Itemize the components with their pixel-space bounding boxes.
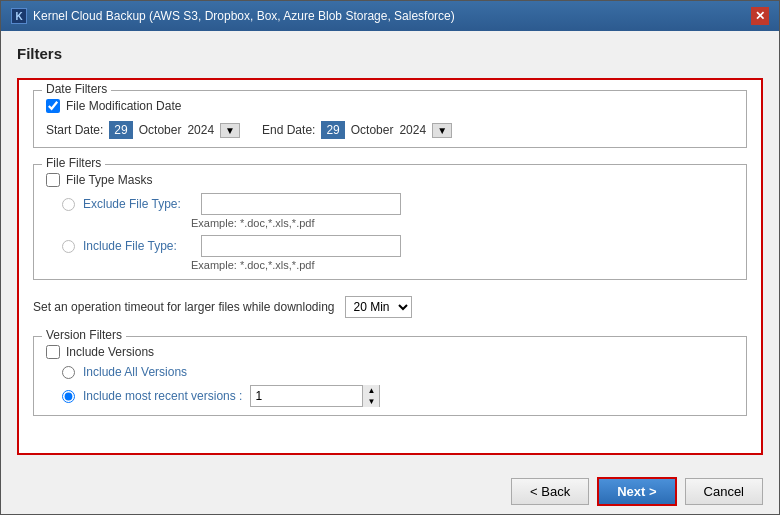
back-button[interactable]: < Back bbox=[511, 478, 589, 505]
app-icon: K bbox=[11, 8, 27, 24]
include-file-type-radio[interactable] bbox=[62, 240, 75, 253]
file-modification-date-row: File Modification Date bbox=[46, 99, 734, 113]
file-modification-date-checkbox[interactable] bbox=[46, 99, 60, 113]
end-date-day[interactable]: 29 bbox=[321, 121, 344, 139]
recent-versions-spinner[interactable]: 1 ▲ ▼ bbox=[250, 385, 380, 407]
date-filters-label: Date Filters bbox=[42, 82, 111, 96]
cancel-button[interactable]: Cancel bbox=[685, 478, 763, 505]
end-date-picker-button[interactable]: ▼ bbox=[432, 123, 452, 138]
next-button[interactable]: Next > bbox=[597, 477, 676, 506]
start-date-picker-button[interactable]: ▼ bbox=[220, 123, 240, 138]
spinner-up-button[interactable]: ▲ bbox=[363, 385, 379, 396]
file-type-masks-label: File Type Masks bbox=[66, 173, 152, 187]
start-date-year: 2024 bbox=[187, 123, 214, 137]
include-example-text: Example: *.doc,*.xls,*.pdf bbox=[46, 259, 734, 271]
exclude-file-type-radio[interactable] bbox=[62, 198, 75, 211]
include-file-type-input[interactable] bbox=[201, 235, 401, 257]
exclude-file-type-input[interactable] bbox=[201, 193, 401, 215]
filters-panel: Date Filters File Modification Date Star… bbox=[17, 78, 763, 455]
page-title: Filters bbox=[17, 45, 763, 62]
timeout-label: Set an operation timeout for larger file… bbox=[33, 300, 335, 314]
version-filters-label: Version Filters bbox=[42, 328, 126, 342]
start-date-day[interactable]: 29 bbox=[109, 121, 132, 139]
include-all-versions-radio[interactable] bbox=[62, 366, 75, 379]
timeout-select[interactable]: 5 Min 10 Min 20 Min 30 Min 60 Min bbox=[345, 296, 412, 318]
start-date-label: Start Date: bbox=[46, 123, 103, 137]
spinner-down-button[interactable]: ▼ bbox=[363, 396, 379, 407]
start-date-month: October bbox=[139, 123, 182, 137]
include-versions-label: Include Versions bbox=[66, 345, 154, 359]
exclude-file-type-label: Exclude File Type: bbox=[83, 197, 193, 211]
title-bar-left: K Kernel Cloud Backup (AWS S3, Dropbox, … bbox=[11, 8, 455, 24]
all-versions-row: Include All Versions bbox=[46, 365, 734, 379]
include-file-type-row: Include File Type: bbox=[46, 235, 734, 257]
include-all-versions-label: Include All Versions bbox=[83, 365, 187, 379]
date-section: Start Date: 29 October 2024 ▼ End Date: … bbox=[46, 121, 734, 139]
date-filters-section: Date Filters File Modification Date Star… bbox=[33, 90, 747, 148]
file-filters-label: File Filters bbox=[42, 156, 105, 170]
main-window: K Kernel Cloud Backup (AWS S3, Dropbox, … bbox=[0, 0, 780, 515]
title-bar: K Kernel Cloud Backup (AWS S3, Dropbox, … bbox=[1, 1, 779, 31]
version-filters-section: Version Filters Include Versions Include… bbox=[33, 336, 747, 416]
include-recent-versions-label: Include most recent versions : bbox=[83, 389, 242, 403]
recent-versions-row: Include most recent versions : 1 ▲ ▼ bbox=[46, 385, 734, 407]
footer: < Back Next > Cancel bbox=[1, 469, 779, 514]
close-button[interactable]: ✕ bbox=[751, 7, 769, 25]
include-recent-versions-radio[interactable] bbox=[62, 390, 75, 403]
file-type-masks-checkbox[interactable] bbox=[46, 173, 60, 187]
end-date-year: 2024 bbox=[399, 123, 426, 137]
recent-versions-value: 1 bbox=[251, 389, 362, 403]
date-row: Start Date: 29 October 2024 ▼ End Date: … bbox=[46, 121, 734, 139]
include-file-type-label: Include File Type: bbox=[83, 239, 193, 253]
timeout-row: Set an operation timeout for larger file… bbox=[33, 292, 747, 322]
file-filters-section: File Filters File Type Masks Exclude Fil… bbox=[33, 164, 747, 280]
window-title: Kernel Cloud Backup (AWS S3, Dropbox, Bo… bbox=[33, 9, 455, 23]
exclude-file-type-row: Exclude File Type: bbox=[46, 193, 734, 215]
exclude-example-text: Example: *.doc,*.xls,*.pdf bbox=[46, 217, 734, 229]
include-versions-checkbox[interactable] bbox=[46, 345, 60, 359]
content-area: Filters Date Filters File Modification D… bbox=[1, 31, 779, 469]
spinner-arrows: ▲ ▼ bbox=[362, 385, 379, 407]
end-date-month: October bbox=[351, 123, 394, 137]
file-type-masks-row: File Type Masks bbox=[46, 173, 734, 187]
end-date-label: End Date: bbox=[262, 123, 315, 137]
include-versions-row: Include Versions bbox=[46, 345, 734, 359]
file-modification-date-label: File Modification Date bbox=[66, 99, 181, 113]
